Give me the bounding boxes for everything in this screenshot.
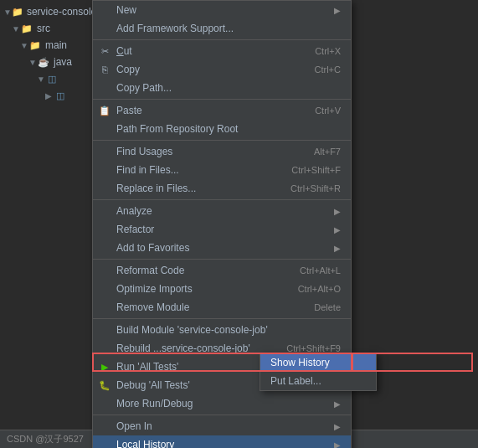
menu-item-add-favorites[interactable]: Add to Favorites ▶ — [93, 239, 351, 257]
menu-item-copy-path[interactable]: Copy Path... — [93, 79, 351, 97]
paste-icon: 📋 — [98, 104, 111, 117]
submenu-item-put-label[interactable]: Put Label... — [260, 372, 376, 390]
menu-item-cut[interactable]: ✂ Cut Ctrl+X — [93, 42, 351, 60]
submenu-item-show-history[interactable]: Show History — [260, 353, 376, 372]
menu-item-analyze[interactable]: Analyze ▶ — [93, 202, 351, 220]
menu-item-copy[interactable]: ⎘ Copy Ctrl+C — [93, 60, 351, 79]
copy-icon: ⎘ — [98, 63, 111, 76]
separator-1 — [93, 39, 351, 40]
separator-4 — [93, 199, 351, 200]
menu-item-reformat[interactable]: Reformat Code Ctrl+Alt+L — [93, 261, 351, 280]
menu-item-path-repo[interactable]: Path From Repository Root — [93, 120, 351, 138]
cut-icon: ✂ — [98, 44, 111, 58]
run-icon: ▶ — [98, 360, 111, 373]
menu-item-remove-module[interactable]: Remove Module Delete — [93, 298, 351, 317]
menu-item-find-usages[interactable]: Find Usages Alt+F7 — [93, 142, 351, 161]
menu-item-new[interactable]: New ▶ — [93, 1, 351, 19]
menu-item-paste[interactable]: 📋 Paste Ctrl+V — [93, 101, 351, 120]
submenu-local-history: Show History Put Label... — [260, 353, 377, 391]
tree-label: src — [37, 23, 50, 34]
menu-item-add-framework[interactable]: Add Framework Support... — [93, 19, 351, 38]
menu-item-refactor[interactable]: Refactor ▶ — [93, 220, 351, 239]
status-text: CSDN @汉子9527 — [7, 433, 84, 445]
menu-item-open-in[interactable]: Open In ▶ — [93, 417, 351, 435]
menu-item-find-files[interactable]: Find in Files... Ctrl+Shift+F — [93, 161, 351, 179]
separator-2 — [93, 99, 351, 100]
tree-label: java — [54, 56, 72, 68]
menu-item-build-module[interactable]: Build Module 'service-console-job' — [93, 321, 351, 339]
menu-item-replace-files[interactable]: Replace in Files... Ctrl+Shift+R — [93, 179, 351, 198]
separator-3 — [93, 140, 351, 141]
tree-label: main — [45, 39, 67, 51]
debug-icon: 🐛 — [98, 378, 111, 392]
separator-6 — [93, 318, 351, 319]
separator-7 — [93, 415, 351, 415]
menu-item-optimize[interactable]: Optimize Imports Ctrl+Alt+O — [93, 280, 351, 298]
submenu-label: Show History — [270, 357, 330, 368]
menu-item-local-history[interactable]: Local History ▶ — [93, 435, 351, 448]
separator-5 — [93, 259, 351, 260]
submenu-label: Put Label... — [270, 375, 321, 387]
menu-item-more-run[interactable]: More Run/Debug ▶ — [93, 394, 351, 413]
